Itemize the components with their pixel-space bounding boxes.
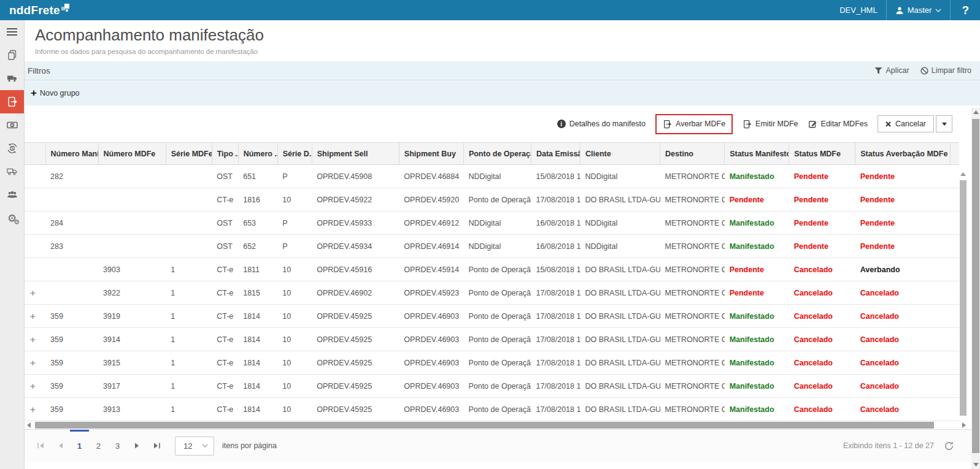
sidebar-item-settings[interactable]: ⚙⚙ — [0, 207, 24, 230]
column-header-data-emissao[interactable]: Data Emissã... — [531, 143, 580, 165]
column-header-serie-mdfe[interactable]: Série MDFe — [166, 143, 212, 165]
column-header-numero[interactable]: Número ... — [238, 143, 277, 165]
cell-numero: 1811 — [238, 258, 277, 281]
column-header-cliente[interactable]: Cliente — [581, 143, 660, 165]
cell-serie-d: 10 — [277, 398, 312, 421]
table-row[interactable]: 283OST652POPRDEV.45934OPRDEV.46914NDDigi… — [25, 235, 959, 258]
sidebar-item-freight[interactable] — [0, 160, 24, 183]
expand-row-icon[interactable]: + — [25, 351, 45, 375]
page-size-select[interactable]: 12 — [175, 437, 214, 456]
scroll-left-arrow-icon[interactable] — [25, 422, 33, 428]
documents-icon — [7, 50, 18, 61]
next-page-button[interactable] — [127, 430, 147, 462]
cell-serie-mdfe: 1 — [166, 375, 212, 398]
help-button[interactable]: ? — [951, 0, 980, 20]
emitir-mdfe-button[interactable]: Emitir MDFe — [743, 120, 798, 129]
scroll-right-arrow-icon[interactable] — [960, 422, 968, 428]
first-page-button[interactable] — [31, 430, 50, 462]
expand-row-icon[interactable]: + — [25, 305, 45, 328]
expand-row-icon[interactable]: + — [25, 328, 45, 351]
chevron-down-icon — [935, 9, 941, 12]
page-scrollbar[interactable] — [971, 108, 980, 469]
cell-ponto-operacao: Ponto de Operação ... — [463, 281, 531, 305]
table-row[interactable]: CT-e181610OPRDEV.45922OPRDEV.45920Ponto … — [25, 188, 959, 212]
sidebar-item-users[interactable] — [0, 183, 24, 207]
manifest-details-button[interactable]: i Detalhes do manifesto — [557, 120, 646, 128]
column-header-status-manifesto[interactable]: Status Manifesto — [725, 143, 789, 165]
table-row[interactable]: +35939171CT-e181410OPRDEV.45925OPRDEV.46… — [25, 375, 959, 398]
horizontal-scrollbar[interactable] — [25, 421, 968, 429]
column-header-numero-mani[interactable]: Número Mani... — [45, 143, 98, 165]
cell-status-mdfe: Cancelado — [789, 398, 855, 421]
sidebar-item-manifestation[interactable] — [0, 90, 24, 113]
sidebar-toggle-button[interactable] — [0, 20, 24, 44]
cell-tipo: CT-e — [212, 328, 238, 351]
cell-ponto-operacao: Ponto de Operação ... — [463, 398, 531, 421]
users-icon — [7, 189, 18, 200]
expand-row-icon[interactable]: + — [25, 398, 45, 421]
cell-numero: 1816 — [238, 188, 277, 212]
averbar-mdfe-button[interactable]: Averbar MDFe — [663, 120, 725, 129]
table-row[interactable]: 284OST653POPRDEV.45933OPRDEV.46912NDDigi… — [25, 212, 959, 235]
filler-cell — [951, 188, 959, 212]
column-header-numero-mdfe[interactable]: Número MDFe — [98, 143, 166, 165]
column-header-destino[interactable]: Destino — [660, 143, 725, 165]
cell-status-mdfe: Pendente — [789, 188, 855, 212]
column-header-shipment-buy[interactable]: Shipment Buy — [399, 143, 463, 165]
last-page-button[interactable] — [147, 430, 166, 462]
table-row[interactable]: +35939141CT-e181410OPRDEV.45925OPRDEV.46… — [25, 328, 959, 351]
column-header-shipment-sell[interactable]: Shipment Sell — [312, 143, 399, 165]
filler-column-header — [951, 143, 959, 165]
table-row[interactable]: +35939131CT-e181410OPRDEV.45925OPRDEV.46… — [25, 398, 959, 421]
sidebar-item-documents[interactable] — [0, 44, 24, 67]
cell-status-averbacao-mdfe: Cancelado — [855, 375, 951, 398]
table-row[interactable]: +39221CT-e181510OPRDEV.46902OPRDEV.45923… — [25, 281, 959, 305]
table-row[interactable]: +35939151CT-e181410OPRDEV.45925OPRDEV.46… — [25, 351, 959, 375]
cancelar-dropdown-button[interactable] — [936, 115, 952, 132]
cell-status-averbacao-mdfe: Pendente — [855, 165, 951, 188]
cell-numero-mani: 359 — [45, 305, 98, 328]
column-header-status-averbacao-mdfe[interactable]: Status Averbação MDFe↑ — [855, 143, 951, 165]
user-menu[interactable]: Master — [887, 0, 951, 20]
horizontal-scrollbar-track[interactable] — [33, 422, 960, 429]
grid-scrollbar-thumb[interactable] — [960, 180, 966, 416]
column-header-serie-d[interactable]: Série D... — [277, 143, 312, 165]
page-button-3[interactable]: 3 — [108, 430, 127, 462]
cell-numero-mani — [45, 188, 98, 212]
cell-shipment-sell: OPRDEV.45933 — [312, 212, 399, 235]
table-row[interactable]: +35939191CT-e181410OPRDEV.45925OPRDEV.46… — [25, 305, 959, 328]
sidebar-item-transport[interactable] — [0, 67, 24, 90]
expand-row-icon[interactable]: + — [25, 281, 45, 305]
cell-serie-mdfe: 1 — [166, 328, 212, 351]
editar-mdfes-button[interactable]: Editar MDFes — [808, 120, 868, 129]
expand-row-icon[interactable]: + — [25, 375, 45, 398]
table-row[interactable]: 282OST651POPRDEV.45908OPRDEV.46884NDDigi… — [25, 165, 959, 188]
scroll-up-arrow-icon[interactable] — [971, 108, 980, 116]
cell-serie-d: 10 — [277, 351, 312, 375]
scroll-up-arrow-icon[interactable] — [959, 170, 967, 178]
svg-text:$: $ — [11, 146, 14, 150]
column-header-ponto-operacao[interactable]: Ponto de Operação — [463, 143, 531, 165]
column-header-status-mdfe[interactable]: Status MDFe — [789, 143, 855, 165]
cancelar-button[interactable]: Cancelar — [878, 115, 934, 132]
sidebar-item-financial[interactable]: $ — [0, 137, 24, 160]
page-button-1[interactable]: 1 — [70, 430, 89, 462]
horizontal-scrollbar-thumb[interactable] — [35, 422, 934, 429]
clear-filter-button[interactable]: Limpar filtro — [920, 66, 971, 75]
previous-page-button[interactable] — [50, 430, 70, 462]
app-logo: nddFrete — [0, 2, 69, 18]
refresh-icon[interactable] — [944, 441, 954, 451]
cell-status-averbacao-mdfe: Pendente — [855, 235, 951, 258]
cell-numero-mdfe: 3919 — [98, 305, 166, 328]
scroll-down-arrow-icon[interactable] — [971, 460, 980, 469]
new-filter-group-button[interactable]: + Novo grupo — [31, 88, 80, 98]
cell-ponto-operacao: NDDigital — [463, 235, 531, 258]
grid-vertical-scrollbar[interactable] — [959, 170, 967, 419]
column-header-tipo[interactable]: Tipo ... — [212, 143, 238, 165]
sidebar-item-billing[interactable]: 1 — [0, 113, 24, 137]
page-scrollbar-thumb[interactable] — [972, 119, 979, 453]
apply-filter-button[interactable]: Aplicar — [874, 66, 909, 75]
page-button-2[interactable]: 2 — [89, 430, 108, 462]
cell-numero-mdfe — [98, 165, 166, 188]
table-row[interactable]: 39031CT-e181110OPRDEV.45916OPRDEV.45914P… — [25, 258, 959, 281]
